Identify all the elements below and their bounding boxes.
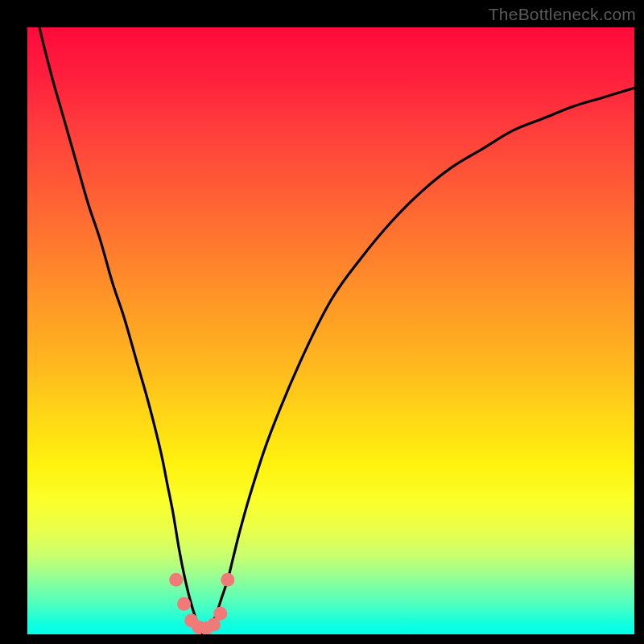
chart-stage: TheBottleneck.com [0,0,644,644]
data-marker [177,597,191,611]
watermark-label: TheBottleneck.com [489,5,636,24]
curve-layer [27,27,634,634]
plot-area [27,27,634,634]
data-marker [221,573,234,587]
data-marker [213,607,227,621]
bottleneck-curve [27,27,634,634]
data-marker [169,573,183,587]
